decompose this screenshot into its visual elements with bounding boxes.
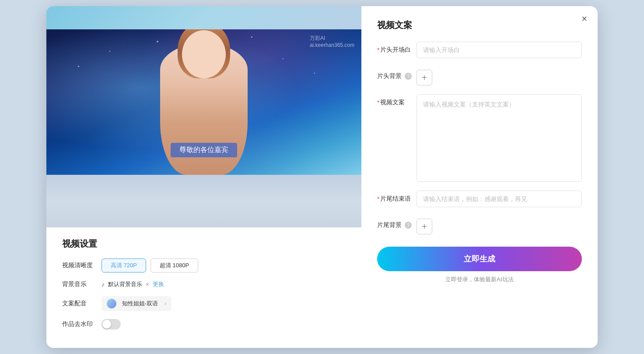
quality-720p-btn[interactable]: 高清 720P [102, 258, 146, 273]
ending-input[interactable] [416, 191, 582, 207]
voice-setting-row: 文案配音 知性姐姐-双语 › [62, 296, 346, 311]
video-copy-textarea[interactable] [416, 94, 582, 182]
modal-overlay: 万彩AI ai.keerhan365.com 尊敬的各位嘉宾 [0, 0, 644, 354]
quality-1080p-btn[interactable]: 超清 1080P [150, 258, 198, 273]
footer-bg-label: 片尾背景 ? [377, 221, 416, 229]
header-bg-add-btn[interactable]: + [416, 70, 432, 85]
opening-label: * 片头开场白 [377, 42, 416, 54]
voice-arrow-icon: › [164, 301, 166, 307]
watermark-toggle[interactable] [102, 319, 121, 329]
subtitle-bar: 尊敬的各位嘉宾 [171, 143, 237, 157]
music-box: ♪ 默认背景音乐 × 更换 [102, 280, 164, 288]
settings-section: 视频设置 视频清晰度 高清 720P 超清 1080P 背景音乐 ♪ 默认背景音… [46, 227, 361, 348]
video-bottom-gradient [46, 175, 361, 227]
settings-title: 视频设置 [62, 238, 346, 250]
watermark-label: 作品去水印 [62, 320, 102, 328]
generate-button[interactable]: 立即生成 [377, 247, 582, 271]
footer-bg-help-icon[interactable]: ? [405, 222, 412, 229]
header-bg-row: 片头背景 ? + [377, 67, 582, 85]
quality-label: 视频清晰度 [62, 262, 102, 269]
ending-required-star: * [377, 195, 379, 202]
video-copy-label: * 视频文案 [377, 94, 416, 106]
footer-bg-add-btn[interactable]: + [416, 219, 432, 234]
video-copy-form-row: * 视频文案 [377, 94, 582, 182]
footer-bg-row: 片尾背景 ? + [377, 216, 582, 234]
voice-selector[interactable]: 知性姐姐-双语 › [102, 296, 172, 311]
ending-form-row: * 片尾结束语 [377, 191, 582, 207]
panel-title: 视频文案 [377, 19, 582, 31]
right-panel: × 视频文案 * 片头开场白 片头背景 ? + [361, 6, 598, 348]
opening-form-row: * 片头开场白 [377, 42, 582, 58]
main-modal: 万彩AI ai.keerhan365.com 尊敬的各位嘉宾 [46, 6, 598, 348]
watermark: 万彩AI ai.keerhan365.com [310, 35, 354, 48]
music-label: 背景音乐 [62, 280, 102, 288]
music-change-btn[interactable]: 更换 [153, 280, 164, 288]
video-top-gradient [46, 6, 361, 29]
voice-label: 文案配音 [62, 300, 102, 308]
watermark-setting-row: 作品去水印 [62, 319, 346, 329]
opening-input[interactable] [416, 42, 582, 58]
opening-required-star: * [377, 46, 379, 53]
music-setting-row: 背景音乐 ♪ 默认背景音乐 × 更换 [62, 280, 346, 288]
left-panel: 万彩AI ai.keerhan365.com 尊敬的各位嘉宾 [46, 6, 361, 348]
music-icon: ♪ [102, 281, 105, 288]
quality-setting-row: 视频清晰度 高清 720P 超清 1080P [62, 258, 346, 273]
ending-label: * 片尾结束语 [377, 191, 416, 203]
video-preview: 万彩AI ai.keerhan365.com 尊敬的各位嘉宾 [46, 29, 361, 175]
music-remove-btn[interactable]: × [146, 281, 149, 288]
avatar-head [182, 30, 226, 78]
close-button[interactable]: × [581, 14, 587, 24]
watermark-site: ai.keerhan365.com [310, 42, 354, 48]
video-copy-required-star: * [377, 99, 379, 106]
voice-name: 知性姐姐-双语 [122, 300, 158, 308]
watermark-brand: 万彩AI [310, 35, 354, 42]
header-bg-help-icon[interactable]: ? [405, 73, 412, 80]
voice-avatar-icon [107, 299, 116, 308]
subtitle-text: 尊敬的各位嘉宾 [179, 146, 228, 153]
login-hint: 立即登录，体验最新AI玩法 [377, 276, 582, 283]
music-name: 默认背景音乐 [108, 280, 142, 288]
header-bg-label: 片头背景 ? [377, 72, 416, 80]
